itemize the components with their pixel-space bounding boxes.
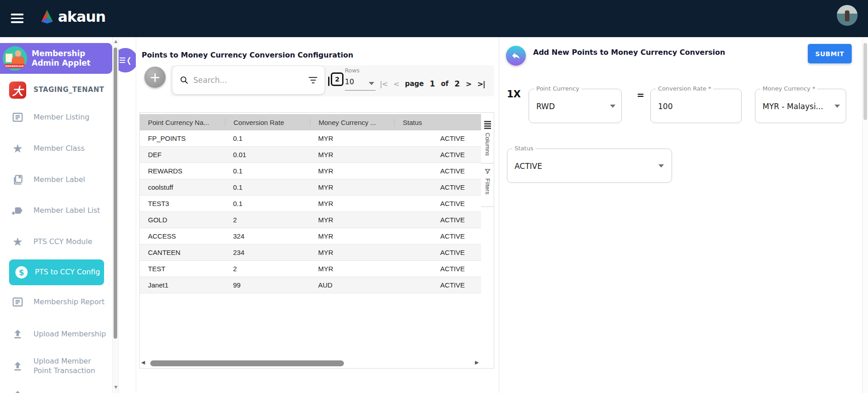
table-cell: 2 (225, 216, 310, 224)
listing-panel: Points to Money Currency Conversion Conf… (136, 37, 499, 393)
table-cell: MYR (310, 216, 394, 224)
next-page-button[interactable]: > (466, 80, 471, 88)
column-header[interactable]: Conversion Rate (225, 119, 310, 126)
sidebar-item-label: Upload Membership (33, 330, 106, 339)
menu-collapse-icon: ❮ (119, 56, 132, 64)
hscroll-left-icon[interactable]: ◀ (141, 359, 145, 365)
tab-filters[interactable]: Filters (481, 163, 494, 207)
table-row[interactable]: REWARDS0.1MYRACTIVE (140, 163, 481, 179)
field-label: Conversion Rate * (656, 85, 713, 92)
table-row[interactable]: DEF0.01MYRACTIVE (140, 147, 481, 163)
sidebar-item-member-listing[interactable]: Member Listing (9, 109, 106, 126)
table-row[interactable]: TEST30.1MYRACTIVE (140, 196, 481, 212)
column-header[interactable]: Status (394, 119, 481, 126)
table-row[interactable]: TEST2MYRACTIVE (140, 261, 481, 277)
search-input[interactable] (192, 75, 305, 85)
table-cell: ACTIVE (394, 134, 481, 142)
point-currency-select[interactable]: Point Currency RWD (529, 89, 622, 123)
sidebar-item-upload-member-point-transaction[interactable]: Upload Member Point Transaction (9, 357, 106, 376)
table-cell: ACTIVE (394, 216, 481, 224)
sidebar-item-membership-report[interactable]: Membership Report (9, 293, 106, 311)
scroll-down-icon[interactable]: ▼ (113, 385, 119, 389)
sidebar-scrollbar-thumb[interactable] (114, 48, 117, 339)
form-title: Add New Points to Money Currency Convers… (533, 48, 725, 57)
multiplier-label: 1X (507, 89, 521, 100)
table-cell: MYR (310, 232, 394, 240)
money-currency-select[interactable]: Money Currency * MYR - Malaysi... (755, 89, 846, 123)
table-cell: 234 (225, 249, 310, 256)
table-cell: MYR (310, 200, 394, 207)
applet-header[interactable]: MEMBERSHIP Membership Admin Applet (0, 43, 112, 74)
table-cell: MYR (310, 249, 394, 256)
hscroll-right-icon[interactable]: ▶ (475, 359, 479, 365)
app-window: akaun MEMBERSHIP Membership Admin Applet… (0, 0, 868, 393)
table-row[interactable]: FP_POINTS0.1MYRACTIVE (140, 130, 481, 147)
sidebar-item-label: Member Label List (33, 206, 100, 216)
scroll-up-icon[interactable]: ▲ (113, 39, 119, 43)
first-page-button[interactable]: |< (380, 80, 387, 88)
table-cell: TEST3 (140, 200, 225, 207)
table-header-row: Point Currency Na... Conversion Rate Mon… (140, 114, 481, 130)
top-navbar: akaun (0, 0, 868, 37)
sidebar-item-pts-to-ccy-config[interactable]: $ PTS to CCY Config (9, 259, 104, 285)
table-row[interactable]: Janet199AUDACTIVE (140, 277, 481, 293)
sidebar-item-partial[interactable] (9, 387, 106, 393)
tab-columns[interactable]: Columns (481, 116, 494, 163)
hamburger-menu-icon[interactable] (11, 14, 24, 24)
star-icon: ★ (9, 140, 26, 157)
submit-button[interactable]: SUBMIT (808, 44, 852, 63)
sidebar-item-staging-tenant[interactable]: 大 STAGING_TENANT (9, 81, 106, 99)
tenant-icon: 大 (9, 81, 26, 99)
upload-icon (9, 326, 26, 343)
prev-page-button[interactable]: < (393, 80, 399, 88)
table-cell: 0.1 (225, 167, 310, 175)
sidebar-item-label: Upload Member Point Transaction (33, 357, 106, 376)
table-cell: MYR (310, 167, 394, 175)
table-cell: MYR (310, 183, 394, 191)
upload-icon (9, 387, 26, 393)
table-row[interactable]: coolstuff0.1MYRACTIVE (140, 179, 481, 196)
brand-name: akaun (58, 8, 105, 25)
membership-applet-icon: MEMBERSHIP (3, 46, 27, 71)
sidebar-item-member-class[interactable]: ★ Member Class (9, 140, 106, 157)
of-word: of (441, 80, 448, 88)
sidebar-item-label: Membership Report (33, 297, 105, 307)
page-scrollbar-thumb[interactable] (863, 43, 867, 120)
last-page-button[interactable]: >| (477, 80, 485, 88)
sidebar-item-pts-ccy-module[interactable]: ★ PTS CCY Module (9, 233, 106, 250)
add-record-button[interactable]: + (144, 67, 166, 88)
grid-side-rail: Columns Filters (481, 112, 494, 369)
table-cell: REWARDS (140, 167, 225, 175)
sidebar-item-member-label[interactable]: Member Label (9, 171, 106, 188)
filter-list-icon[interactable] (309, 77, 317, 83)
list-icon (9, 109, 26, 126)
field-value: ACTIVE (515, 162, 542, 171)
sidebar-item-member-label-list[interactable]: Member Label List (9, 202, 106, 219)
table-row[interactable]: CANTEEN234MYRACTIVE (140, 244, 481, 261)
table-cell: coolstuff (140, 183, 225, 191)
dollar-circle-icon: $ (15, 266, 28, 278)
horizontal-scrollbar-thumb[interactable] (150, 360, 344, 366)
chevron-down-icon[interactable] (369, 82, 374, 85)
book-bookmark-icon (9, 171, 26, 188)
multipage-icon[interactable]: 2 (328, 72, 343, 86)
table-cell: TEST (140, 265, 225, 273)
field-label: Point Currency (534, 85, 582, 92)
rows-per-page-label: Rows (345, 67, 360, 74)
membership-badge: MEMBERSHIP (4, 64, 25, 68)
column-header[interactable]: Money Currency ... (310, 119, 394, 126)
table-cell: FP_POINTS (140, 134, 225, 142)
back-button[interactable] (506, 46, 526, 66)
sidebar-item-upload-membership[interactable]: Upload Membership (9, 326, 106, 343)
tab-label: Columns (484, 133, 491, 156)
data-table: Point Currency Na... Conversion Rate Mon… (139, 112, 482, 369)
table-cell: ACTIVE (394, 151, 481, 158)
table-row[interactable]: GOLD2MYRACTIVE (140, 212, 481, 228)
status-select[interactable]: Status ACTIVE (507, 149, 672, 183)
column-header[interactable]: Point Currency Na... (140, 119, 225, 126)
user-avatar[interactable] (837, 5, 858, 26)
conversion-rate-input[interactable]: Conversion Rate * 100 (650, 89, 742, 123)
rows-per-page-select[interactable]: 10 (345, 77, 354, 86)
table-row[interactable]: ACCESS324MYRACTIVE (140, 228, 481, 244)
field-value: MYR - Malaysi... (763, 102, 823, 111)
